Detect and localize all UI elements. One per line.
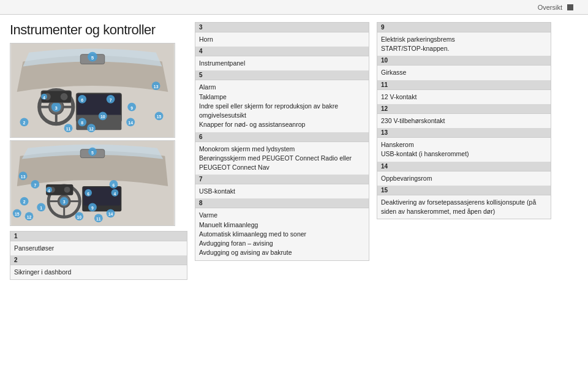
item-15: 15 Deaktivering av forsetepassasjerens k… <box>377 186 551 219</box>
svg-text:10: 10 <box>77 215 81 219</box>
item-7-num: 7 <box>195 175 369 184</box>
item-12: 12 230 V-tilbehørskontakt <box>377 104 551 129</box>
item-1-text: Panserutløser <box>10 241 187 255</box>
item-14-text: Oppbevaringsrom <box>377 172 551 186</box>
main-content: Instrumenter og kontroller 5 <box>0 15 588 392</box>
item-8-text: VarmeManuelt klimaanleggAutomatisk klima… <box>195 208 369 260</box>
svg-text:4: 4 <box>114 192 116 196</box>
item-9: 9 Elektrisk parkeringsbremsSTART/STOP-kn… <box>377 22 551 56</box>
svg-text:9: 9 <box>130 106 133 110</box>
svg-text:6: 6 <box>81 98 83 102</box>
item-13-text: HanskeromUSB-kontakt (i hanskerommet) <box>377 138 551 161</box>
item-15-text: Deaktivering av forsetepassasjerens koll… <box>377 195 551 219</box>
middle-column: 3 Horn 4 Instrumentpanel 5 AlarmTaklampe… <box>195 22 369 385</box>
item-10-num: 10 <box>377 56 551 66</box>
svg-text:15: 15 <box>15 212 20 216</box>
svg-text:7: 7 <box>110 98 112 102</box>
item-7-text: USB-kontakt <box>195 184 369 198</box>
item-13-num: 13 <box>377 128 551 138</box>
svg-text:6: 6 <box>113 183 115 187</box>
svg-text:4: 4 <box>48 189 50 193</box>
svg-text:13: 13 <box>21 175 26 179</box>
items-3-8: 3 Horn 4 Instrumentpanel 5 AlarmTaklampe… <box>195 22 369 260</box>
right-column: 9 Elektrisk parkeringsbremsSTART/STOP-kn… <box>377 22 551 385</box>
svg-text:12: 12 <box>89 127 94 131</box>
item-12-text: 230 V-tilbehørskontakt <box>377 114 551 128</box>
svg-text:14: 14 <box>108 212 113 216</box>
item-14: 14 Oppbevaringsrom <box>377 162 551 186</box>
item-5: 5 AlarmTaklampeIndre speil eller skjerm … <box>195 70 369 132</box>
item-4: 4 Instrumentpanel <box>195 47 369 71</box>
item-7: 7 USB-kontakt <box>195 175 369 199</box>
item-5-text: AlarmTaklampeIndre speil eller skjerm fo… <box>195 80 369 132</box>
item-15-num: 15 <box>377 186 551 195</box>
car-interior-svg-bottom: 5 3 4 <box>10 141 175 225</box>
item-3-num: 3 <box>195 23 369 32</box>
svg-text:14: 14 <box>128 121 133 125</box>
items-9-15: 9 Elektrisk parkeringsbremsSTART/STOP-kn… <box>377 22 551 219</box>
svg-text:3: 3 <box>63 200 66 205</box>
item-13: 13 HanskeromUSB-kontakt (i hanskerommet) <box>377 128 551 162</box>
svg-text:7: 7 <box>34 183 36 187</box>
item-9-text: Elektrisk parkeringsbremsSTART/STOP-knap… <box>377 32 551 56</box>
svg-text:9: 9 <box>91 206 94 210</box>
item-1-num: 1 <box>10 232 187 241</box>
header-bar: Oversikt <box>0 0 588 15</box>
item-11-text: 12 V-kontakt <box>377 90 551 104</box>
header-title: Oversikt <box>538 4 562 11</box>
header-indicator <box>567 4 573 10</box>
svg-text:2: 2 <box>23 200 26 205</box>
item-6-num: 6 <box>195 132 369 142</box>
item-2-text: Sikringer i dashbord <box>10 265 187 279</box>
items-1-2: 1 Panserutløser 2 Sikringer i dashbord <box>10 231 187 279</box>
item-11: 11 12 V-kontakt <box>377 80 551 105</box>
item-4-text: Instrumentpanel <box>195 56 369 70</box>
item-2-num: 2 <box>10 255 187 265</box>
svg-point-56 <box>64 187 70 193</box>
item-14-num: 14 <box>377 162 551 172</box>
item-2: 2 Sikringer i dashbord <box>10 255 187 280</box>
svg-text:12: 12 <box>27 215 32 219</box>
page-title: Instrumenter og kontroller <box>10 22 187 38</box>
svg-text:10: 10 <box>100 115 105 119</box>
item-12-num: 12 <box>377 104 551 114</box>
item-10-text: Girkasse <box>377 66 551 80</box>
svg-text:6: 6 <box>87 192 89 196</box>
car-images: 5 3 4 <box>10 43 187 226</box>
svg-text:3: 3 <box>55 105 58 111</box>
car-image-top: 5 3 4 <box>10 43 175 138</box>
item-8-num: 8 <box>195 198 369 208</box>
svg-text:5: 5 <box>91 55 94 61</box>
svg-text:13: 13 <box>154 85 159 89</box>
svg-text:11: 11 <box>96 217 101 221</box>
left-column: Instrumenter og kontroller 5 <box>10 22 187 385</box>
svg-text:5: 5 <box>91 151 94 155</box>
item-3: 3 Horn <box>195 22 369 47</box>
item-5-num: 5 <box>195 70 369 80</box>
item-4-num: 4 <box>195 47 369 56</box>
svg-text:4: 4 <box>43 96 45 100</box>
svg-point-14 <box>61 93 68 100</box>
car-image-bottom: 5 3 4 <box>10 140 175 226</box>
item-11-num: 11 <box>377 80 551 90</box>
item-9-num: 9 <box>377 23 551 32</box>
item-3-text: Horn <box>195 32 369 47</box>
item-10: 10 Girkasse <box>377 56 551 80</box>
item-6-text: Monokrom skjerm med lydsystemBerøringssk… <box>195 142 369 175</box>
car-interior-svg-top: 5 3 4 <box>10 43 175 137</box>
svg-text:15: 15 <box>157 115 162 119</box>
item-6: 6 Monokrom skjerm med lydsystemBerørings… <box>195 132 369 176</box>
svg-text:1: 1 <box>40 206 42 210</box>
item-1: 1 Panserutløser <box>10 231 187 256</box>
item-8: 8 VarmeManuelt klimaanleggAutomatisk kli… <box>195 198 369 260</box>
svg-text:2: 2 <box>23 121 26 125</box>
svg-text:11: 11 <box>66 127 71 131</box>
svg-text:8: 8 <box>81 121 83 125</box>
